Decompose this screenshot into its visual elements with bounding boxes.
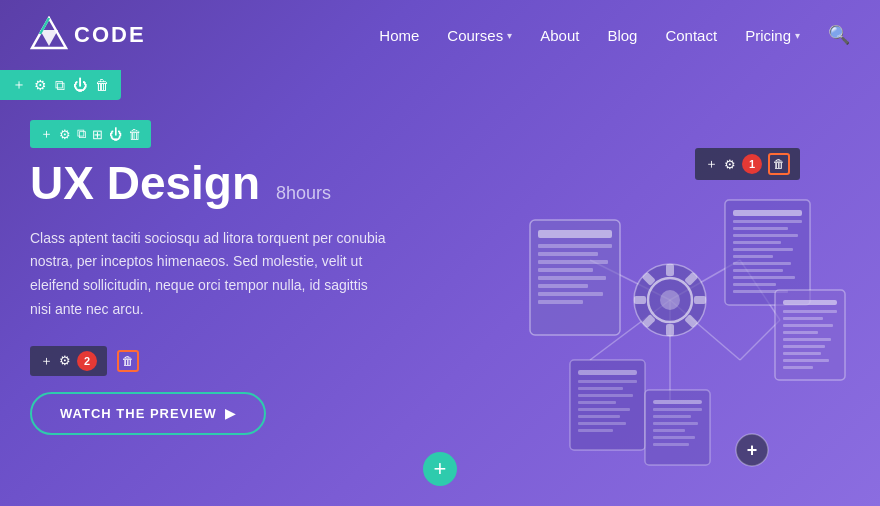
btn-toolbar-2: ＋ ⚙ 2	[30, 346, 107, 376]
nav-about[interactable]: About	[540, 27, 579, 44]
svg-rect-40	[733, 269, 783, 272]
copy-icon-top[interactable]: ⧉	[55, 77, 65, 94]
svg-rect-25	[694, 296, 706, 304]
svg-rect-67	[653, 408, 702, 411]
svg-rect-42	[733, 283, 776, 286]
add-icon-float1[interactable]: ＋	[705, 155, 718, 173]
svg-rect-36	[733, 241, 781, 244]
svg-rect-63	[578, 422, 626, 425]
nav-links: Home Courses ▾ About Blog Contact Pricin…	[379, 24, 850, 46]
logo-area: CODE	[30, 16, 146, 54]
svg-rect-51	[783, 345, 825, 348]
right-section: ＋ ⚙ 1 🗑	[470, 120, 850, 500]
left-section: ＋ ⚙ ⧉ ⊞ ⏻ 🗑 UX Design 8hours Class apten…	[30, 120, 470, 435]
svg-rect-70	[653, 429, 685, 432]
svg-rect-37	[733, 248, 793, 251]
svg-line-9	[740, 320, 780, 360]
svg-rect-69	[653, 422, 698, 425]
svg-rect-17	[538, 284, 588, 288]
svg-rect-62	[578, 415, 620, 418]
svg-rect-60	[578, 401, 616, 404]
chevron-down-icon: ▾	[507, 30, 512, 41]
svg-rect-16	[538, 276, 606, 280]
svg-rect-50	[783, 338, 831, 341]
svg-rect-34	[733, 227, 788, 230]
btn-toolbar-row: ＋ ⚙ 2 🗑	[30, 346, 470, 376]
svg-rect-27	[666, 324, 674, 336]
main-heading: UX Design	[30, 158, 260, 209]
svg-rect-39	[733, 262, 791, 265]
float-toolbar-1: ＋ ⚙ 1 🗑	[695, 148, 800, 180]
heading-area: UX Design 8hours	[30, 158, 470, 209]
header: CODE Home Courses ▾ About Blog Contact P…	[0, 0, 880, 70]
watch-preview-button[interactable]: WATCH THE PREVIEW ▶	[30, 392, 266, 435]
svg-rect-15	[538, 268, 593, 272]
chevron-down-icon-pricing: ▾	[795, 30, 800, 41]
svg-rect-61	[578, 408, 630, 411]
svg-rect-38	[733, 255, 773, 258]
svg-rect-64	[578, 429, 613, 432]
nav-blog[interactable]: Blog	[607, 27, 637, 44]
search-icon[interactable]: 🔍	[828, 24, 850, 46]
svg-rect-33	[733, 220, 802, 223]
svg-rect-12	[538, 244, 612, 248]
description-text: Class aptent taciti sociosqu ad litora t…	[30, 227, 390, 322]
section-toolbar: ＋ ⚙ ⧉ ⊞ ⏻ 🗑	[30, 120, 151, 148]
svg-rect-48	[783, 324, 833, 327]
svg-rect-57	[578, 380, 637, 383]
svg-rect-29	[634, 296, 646, 304]
svg-text:+: +	[747, 440, 758, 460]
power-icon-top[interactable]: ⏻	[73, 77, 87, 93]
svg-rect-68	[653, 415, 691, 418]
gear-icon-top[interactable]: ⚙	[34, 77, 47, 93]
trash-icon-top[interactable]: 🗑	[95, 77, 109, 93]
svg-rect-32	[733, 210, 802, 216]
power-icon-section[interactable]: ⏻	[109, 127, 122, 142]
play-icon: ▶	[225, 406, 236, 421]
svg-rect-72	[653, 443, 689, 446]
svg-rect-58	[578, 387, 623, 390]
nav-contact[interactable]: Contact	[665, 27, 717, 44]
nav-home[interactable]: Home	[379, 27, 419, 44]
svg-rect-35	[733, 234, 798, 237]
nav-pricing[interactable]: Pricing ▾	[745, 27, 800, 44]
svg-rect-49	[783, 331, 818, 334]
add-icon-btn[interactable]: ＋	[40, 352, 53, 370]
badge-1: 1	[742, 154, 762, 174]
main-content: ＋ ⚙ ⧉ ⊞ ⏻ 🗑 UX Design 8hours Class apten…	[0, 100, 880, 500]
svg-rect-47	[783, 317, 823, 320]
logo-text: CODE	[74, 22, 146, 48]
svg-marker-1	[40, 30, 58, 46]
add-icon-top[interactable]: ＋	[12, 76, 26, 94]
svg-rect-71	[653, 436, 695, 439]
gear-icon-section[interactable]: ⚙	[59, 127, 71, 142]
svg-point-22	[660, 290, 680, 310]
copy-icon-section[interactable]: ⧉	[77, 126, 86, 142]
svg-rect-41	[733, 276, 795, 279]
svg-rect-52	[783, 352, 821, 355]
trash-icon-float1[interactable]: 🗑	[768, 153, 790, 175]
svg-rect-14	[538, 260, 608, 264]
svg-rect-45	[783, 300, 837, 305]
bottom-add-button[interactable]: +	[423, 452, 457, 486]
gear-icon-btn[interactable]: ⚙	[59, 353, 71, 368]
svg-rect-13	[538, 252, 598, 256]
delete-btn-orange[interactable]: 🗑	[117, 350, 139, 372]
svg-rect-56	[578, 370, 637, 375]
hours-badge: 8hours	[276, 183, 331, 204]
svg-rect-59	[578, 394, 633, 397]
svg-rect-23	[666, 264, 674, 276]
top-toolbar: ＋ ⚙ ⧉ ⏻ 🗑	[0, 70, 121, 100]
gear-icon-float1[interactable]: ⚙	[724, 157, 736, 172]
svg-rect-18	[538, 292, 603, 296]
trash-icon-section[interactable]: 🗑	[128, 127, 141, 142]
nav-courses[interactable]: Courses ▾	[447, 27, 512, 44]
logo-icon	[30, 16, 68, 54]
badge-number-2: 2	[77, 351, 97, 371]
svg-rect-19	[538, 300, 583, 304]
add-icon-section[interactable]: ＋	[40, 125, 53, 143]
grid-icon-section[interactable]: ⊞	[92, 127, 103, 142]
svg-rect-11	[538, 230, 612, 238]
svg-rect-46	[783, 310, 837, 313]
svg-rect-54	[783, 366, 813, 369]
